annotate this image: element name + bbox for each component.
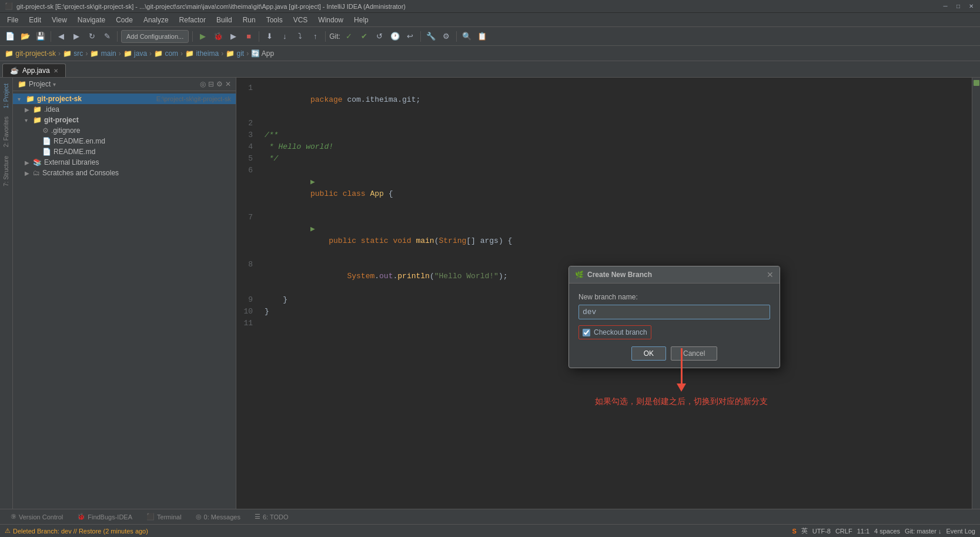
menu-run[interactable]: Run xyxy=(238,15,260,25)
stop-button[interactable]: ■ xyxy=(242,30,255,43)
dialog-title-text: Create New Branch xyxy=(587,271,652,279)
step-over-button[interactable]: ⬇ xyxy=(263,30,276,43)
breadcrumb-project[interactable]: 📁 git-project-sk xyxy=(5,49,56,58)
menu-code[interactable]: Code xyxy=(111,15,138,25)
external-libs-icon: 📚 xyxy=(33,158,42,166)
tab-close-button[interactable]: ✕ xyxy=(53,68,58,74)
close-button[interactable]: ✕ xyxy=(967,2,975,11)
checkout-branch-checkbox[interactable] xyxy=(583,329,590,336)
sidebar-tab-project[interactable]: 1: Project xyxy=(2,80,11,112)
tree-item-gitignore[interactable]: ▶ ⚙ .gitignore xyxy=(13,125,236,136)
step-out-button[interactable]: ↑ xyxy=(309,30,322,43)
menu-edit[interactable]: Edit xyxy=(24,15,46,25)
bottom-tab-messages[interactable]: ◎ 0: Messages xyxy=(190,511,246,522)
debug-button[interactable]: 🐞 xyxy=(212,30,225,43)
tab-bar: ☕ App.java ✕ xyxy=(0,61,980,78)
bottom-tab-terminal[interactable]: ⬛ Terminal xyxy=(141,511,188,522)
run-coverage-button[interactable]: ▶ xyxy=(227,30,240,43)
new-file-button[interactable]: 📄 xyxy=(4,30,16,43)
git-check-button[interactable]: ✓ xyxy=(343,30,356,43)
undo-button[interactable]: ✎ xyxy=(101,30,113,43)
line-ending-status[interactable]: CRLF xyxy=(835,528,852,535)
menu-analyze[interactable]: Analyze xyxy=(139,15,173,25)
ime-status[interactable]: 英 xyxy=(801,526,808,535)
findbugs-label: FindBugs-IDEA xyxy=(88,513,132,521)
breadcrumb-git[interactable]: 📁 git xyxy=(226,49,244,58)
bottom-tab-findbugs[interactable]: 🐞 FindBugs-IDEA xyxy=(71,511,138,522)
force-step-button[interactable]: ⤵ xyxy=(293,30,306,43)
run-button[interactable]: ▶ xyxy=(196,30,209,43)
readme-en-icon: 📄 xyxy=(42,137,51,145)
status-bar: ⚠ Deleted Branch: dev // Restore (2 minu… xyxy=(0,524,980,537)
bottom-tab-todo[interactable]: ☰ 6: TODO xyxy=(249,511,295,522)
project-close-button[interactable]: ✕ xyxy=(225,80,231,88)
menu-refactor[interactable]: Refactor xyxy=(175,15,210,25)
project-collapse-button[interactable]: ⊟ xyxy=(208,80,214,88)
right-sidebar-tabs xyxy=(972,78,980,509)
breadcrumb-main[interactable]: 📁 main xyxy=(90,49,116,58)
project-locate-button[interactable]: ◎ xyxy=(200,80,206,88)
search-button[interactable]: 🔍 xyxy=(460,30,473,43)
scratches-icon: 🗂 xyxy=(33,169,40,177)
tree-item-idea[interactable]: ▶ 📁 .idea xyxy=(13,104,236,115)
sidebar-tab-structure[interactable]: 7: Structure xyxy=(2,152,11,190)
tree-item-readme[interactable]: ▶ 📄 README.md xyxy=(13,146,236,157)
back-button[interactable]: ◀ xyxy=(55,30,68,43)
tree-item-scratches[interactable]: ▶ 🗂 Scratches and Consoles xyxy=(13,168,236,178)
title-bar: ⬛ git-project-sk [E:\project-sk\git-proj… xyxy=(0,0,980,13)
tree-item-readme-en[interactable]: ▶ 📄 README.en.md xyxy=(13,136,236,146)
project-dropdown-icon[interactable]: ▾ xyxy=(53,81,56,88)
open-button[interactable]: 📂 xyxy=(19,30,32,43)
branch-name-input[interactable] xyxy=(578,305,770,319)
git-update-button[interactable]: ↺ xyxy=(373,30,386,43)
dialog-close-button[interactable]: ✕ xyxy=(767,270,774,279)
refresh-button[interactable]: ↻ xyxy=(85,30,98,43)
git-commit-button[interactable]: ✔ xyxy=(358,30,371,43)
git-revert-button[interactable]: ↩ xyxy=(404,30,417,43)
encoding-status[interactable]: UTF-8 xyxy=(812,528,831,535)
menu-view[interactable]: View xyxy=(47,15,72,25)
menu-build[interactable]: Build xyxy=(212,15,237,25)
breadcrumb-java[interactable]: 📁 java xyxy=(123,49,147,58)
maximize-button[interactable]: □ xyxy=(954,2,962,11)
breadcrumb-com[interactable]: 📁 com xyxy=(154,49,178,58)
menu-tools[interactable]: Tools xyxy=(262,15,287,25)
todo-label: 6: TODO xyxy=(263,513,289,521)
minimize-button[interactable]: ─ xyxy=(941,2,949,11)
menu-navigate[interactable]: Navigate xyxy=(73,15,110,25)
terminal-label: Terminal xyxy=(157,513,182,521)
menu-help[interactable]: Help xyxy=(349,15,373,25)
menu-vcs[interactable]: VCS xyxy=(289,15,313,25)
breadcrumb-itheima[interactable]: 📁 itheima xyxy=(185,49,219,58)
git-history-button[interactable]: 🕐 xyxy=(389,30,402,43)
menu-file[interactable]: File xyxy=(2,15,23,25)
settings-button[interactable]: 🔧 xyxy=(424,30,437,43)
bottom-tab-version-control[interactable]: ⑨ Version Control xyxy=(5,511,69,522)
project-title: Project xyxy=(29,80,51,88)
indent-status[interactable]: 4 spaces xyxy=(874,528,900,535)
event-log-status[interactable]: Event Log xyxy=(946,528,975,535)
version-control-label: Version Control xyxy=(19,513,63,521)
save-button[interactable]: 💾 xyxy=(34,30,47,43)
menu-window[interactable]: Window xyxy=(313,15,348,25)
tree-item-git-project[interactable]: ▾ 📁 git-project xyxy=(13,115,236,125)
add-configuration-button[interactable]: Add Configuration... xyxy=(121,30,189,43)
tree-item-external-libs[interactable]: ▶ 📚 External Libraries xyxy=(13,157,236,168)
run-inspection-button[interactable]: 📋 xyxy=(476,30,489,43)
project-settings-button[interactable]: ⚙ xyxy=(216,80,223,88)
breadcrumb-app[interactable]: 🔄 App xyxy=(251,49,274,58)
branch-status[interactable]: Git: master ↓ xyxy=(905,528,941,535)
tree-item-root[interactable]: ▾ 📁 git-project-sk E:\project-sk\git-pro… xyxy=(13,94,236,104)
tab-appjava[interactable]: ☕ App.java ✕ xyxy=(2,64,66,77)
breadcrumb-src[interactable]: 📁 src xyxy=(63,49,83,58)
forward-button[interactable]: ▶ xyxy=(70,30,83,43)
step-into-button[interactable]: ↓ xyxy=(278,30,291,43)
status-warning-text[interactable]: Deleted Branch: dev // Restore (2 minute… xyxy=(13,528,148,535)
external-tool-button[interactable]: ⚙ xyxy=(440,30,453,43)
position-status[interactable]: 11:1 xyxy=(857,528,869,535)
editor-area[interactable]: 1 package com.itheima.git; 2 3 /** 4 * H… xyxy=(236,78,972,509)
findbugs-icon: 🐞 xyxy=(77,513,85,521)
sidebar-tab-favorites[interactable]: 2: Favorites xyxy=(2,113,11,151)
project-tree: ▾ 📁 git-project-sk E:\project-sk\git-pro… xyxy=(13,91,236,509)
dialog-icon: 🌿 xyxy=(575,271,584,279)
